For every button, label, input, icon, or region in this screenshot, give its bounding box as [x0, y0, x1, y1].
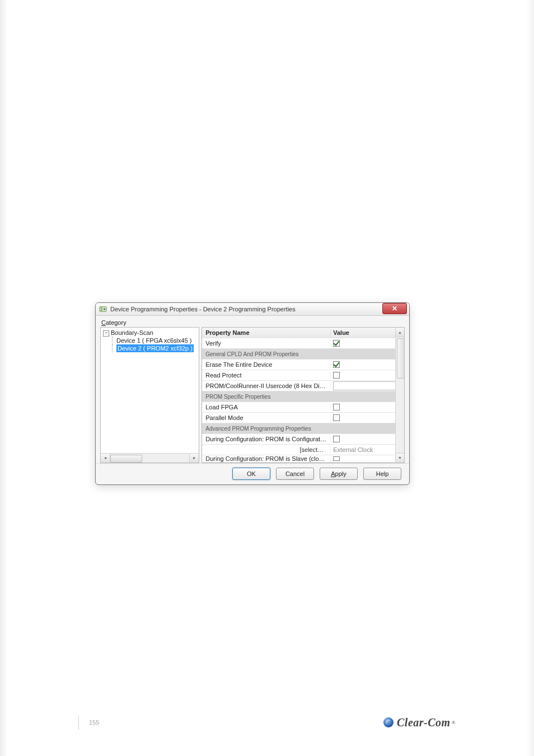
row-parallel-mode: Parallel Mode [202, 413, 395, 423]
external-clock-value[interactable]: External Clock [333, 446, 373, 453]
button-label-rest: pply [335, 470, 346, 477]
grid-rows: Property Name Value Verify General CPLD … [202, 328, 395, 462]
slave-clock-checkbox[interactable] [333, 456, 340, 461]
brand-text: Clear-Com [397, 716, 451, 729]
section-prom-specific: PROM Specific Properties [202, 391, 395, 402]
tree-item-device-2[interactable]: Device 2 ( PROM2 xcf32p ) [112, 344, 198, 352]
grid-header-value[interactable]: Value [331, 329, 395, 336]
section-label: PROM Specific Properties [202, 394, 395, 400]
app-icon [99, 305, 107, 313]
ok-button[interactable]: OK [232, 468, 270, 480]
prop-name: During Configuration: PROM is Configurat… [202, 436, 331, 442]
row-read-protect: Read Protect [202, 370, 395, 381]
section-label: General CPLD And PROM Properties [202, 351, 395, 357]
grid-vertical-scrollbar[interactable]: ▲ ▼ [395, 328, 404, 462]
row-verify: Verify [202, 338, 395, 349]
row-erase-device: Erase The Entire Device [202, 360, 395, 370]
row-usercode: PROM/CoolRunner-II Usercode (8 Hex Digit… [202, 381, 395, 391]
section-advanced-prom: Advanced PROM Programming Properties [202, 423, 395, 434]
dialog-button-row: OK Cancel Apply Help [96, 463, 409, 484]
brand-logo: Clear-Com ® [383, 716, 456, 729]
prop-name: Parallel Mode [202, 414, 331, 421]
close-button[interactable]: ✕ [382, 303, 407, 314]
tree-item-label-selected: Device 2 ( PROM2 xcf32p ) [116, 344, 194, 352]
apply-button[interactable]: Apply [320, 468, 358, 480]
load-fpga-checkbox[interactable] [333, 404, 340, 410]
prop-name: PROM/CoolRunner-II Usercode (8 Hex Digit… [202, 382, 331, 389]
category-tree-pane: −Boundary-Scan Device 1 ( FPGA xc6slx45 … [100, 327, 199, 463]
category-tree[interactable]: −Boundary-Scan Device 1 ( FPGA xc6slx45 … [101, 328, 199, 452]
verify-checkbox[interactable] [333, 340, 340, 347]
prop-name: Erase The Entire Device [202, 361, 331, 368]
scroll-thumb[interactable] [397, 338, 405, 379]
section-label: Advanced PROM Programming Properties [202, 426, 395, 432]
registered-mark: ® [452, 720, 456, 725]
tree-item-label: Device 1 ( FPGA xc6slx45 ) [116, 337, 192, 344]
panes: −Boundary-Scan Device 1 ( FPGA xc6slx45 … [100, 327, 405, 463]
row-load-fpga: Load FPGA [202, 402, 395, 413]
prop-name: Load FPGA [202, 404, 331, 410]
button-label-accel: A [331, 470, 335, 477]
titlebar: Device Programming Properties - Device 2… [96, 303, 409, 316]
button-label: OK [247, 470, 256, 477]
prop-name: [select… [202, 446, 331, 453]
tree-collapse-toggle[interactable]: − [103, 330, 109, 337]
during-config-checkbox[interactable] [333, 436, 340, 442]
prop-name: During Configuration: PROM is Slave (clo… [202, 455, 331, 462]
property-grid: Property Name Value Verify General CPLD … [202, 327, 405, 463]
row-during-config-slave-partial: During Configuration: PROM is Slave (clo… [202, 455, 395, 462]
programming-properties-dialog: Device Programming Properties - Device 2… [95, 302, 410, 485]
tree-root-label: Boundary-Scan [111, 329, 153, 336]
close-icon: ✕ [392, 305, 397, 312]
prop-name: Verify [202, 340, 331, 347]
scroll-left-arrow-icon[interactable]: ◄ [101, 454, 110, 463]
brand-badge-icon [383, 717, 394, 727]
tree-item-device-1[interactable]: Device 1 ( FPGA xc6slx45 ) [112, 337, 198, 344]
svg-rect-1 [101, 308, 103, 309]
help-button[interactable]: Help [363, 468, 401, 480]
parallel-mode-checkbox[interactable] [333, 414, 340, 421]
section-general-cpld-prom: General CPLD And PROM Properties [202, 349, 395, 360]
svg-rect-2 [101, 310, 103, 311]
page-number: 155 [78, 715, 99, 730]
tree-root-boundary-scan[interactable]: −Boundary-Scan [102, 329, 198, 337]
scroll-track[interactable] [396, 337, 404, 452]
scroll-track[interactable] [110, 454, 189, 463]
button-label: Help [376, 470, 389, 477]
scroll-right-arrow-icon[interactable]: ► [189, 454, 199, 463]
svg-point-3 [104, 308, 106, 310]
grid-header-name[interactable]: Property Name [202, 329, 331, 336]
tree-horizontal-scrollbar[interactable]: ◄ ► [101, 453, 199, 463]
scroll-down-arrow-icon[interactable]: ▼ [396, 453, 404, 463]
scroll-thumb[interactable] [110, 455, 142, 463]
prop-name: Read Protect [202, 372, 331, 379]
page-footer: 155 Clear-Com ® [0, 711, 534, 734]
cancel-button[interactable]: Cancel [276, 468, 314, 480]
usercode-input[interactable] [333, 381, 395, 390]
select-label: [select… [299, 446, 327, 453]
grid-content-wrap: Property Name Value Verify General CPLD … [202, 328, 404, 462]
dialog-title: Device Programming Properties - Device 2… [110, 306, 382, 312]
grid-header: Property Name Value [202, 328, 395, 338]
dialog-body: Category −Boundary-Scan Device 1 ( FPGA … [96, 316, 409, 463]
row-select-clock: [select… External Clock [202, 445, 395, 455]
read-protect-checkbox[interactable] [333, 372, 340, 379]
button-label: Cancel [285, 470, 305, 477]
row-during-config-master: During Configuration: PROM is Configurat… [202, 434, 395, 445]
erase-checkbox[interactable] [333, 361, 340, 368]
category-label: Category [101, 319, 405, 326]
scroll-up-arrow-icon[interactable]: ▲ [396, 328, 404, 337]
